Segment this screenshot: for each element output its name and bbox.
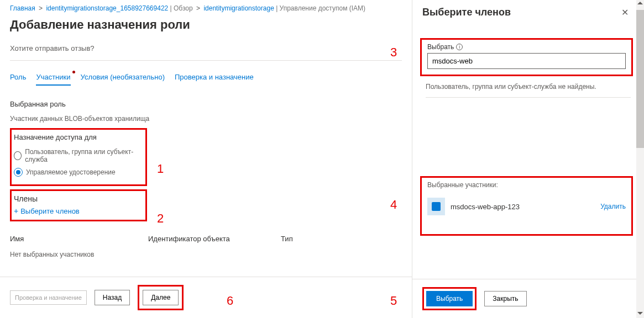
search-section: Выбрать i — [420, 38, 633, 76]
back-button[interactable]: Назад — [95, 290, 130, 305]
breadcrumb-home[interactable]: Главная — [10, 4, 35, 12]
search-label: Выбрать i — [427, 43, 626, 51]
callout-1: 1 — [157, 162, 164, 176]
breadcrumb-storage2[interactable]: identitymigrationstorage — [203, 4, 274, 12]
selected-role-value: Участник данных BLOB-объектов хранилища — [10, 115, 412, 123]
assign-access-section: Назначение доступа для Пользователь, гру… — [10, 128, 147, 186]
required-dot-icon — [72, 71, 75, 73]
scroll-down-icon — [637, 312, 643, 315]
breadcrumb-overview[interactable]: Обзор — [174, 4, 193, 12]
col-name: Имя — [10, 235, 148, 243]
no-participants-message: Нет выбранных участников — [10, 251, 412, 263]
tab-members[interactable]: Участники — [36, 73, 70, 86]
app-icon — [427, 198, 445, 215]
selected-members-section: Выбранные участники: msdocs-web-app-123 … — [420, 176, 633, 236]
page-title: Добавление назначения роли — [10, 18, 412, 32]
next-button[interactable]: Далее — [143, 290, 179, 305]
radio-icon — [14, 151, 22, 160]
col-id: Идентификатор объекта — [148, 235, 281, 243]
delete-member-link[interactable]: Удалить — [600, 203, 626, 210]
assign-access-title: Назначение доступа для — [14, 133, 140, 141]
scroll-thumb[interactable] — [636, 10, 644, 148]
members-title: Члены — [14, 194, 140, 203]
search-input[interactable] — [427, 53, 626, 69]
callout-4: 4 — [390, 198, 397, 212]
selected-member-row: msdocs-web-app-123 Удалить — [427, 198, 626, 215]
close-icon[interactable]: ✕ — [621, 7, 629, 18]
members-table-header: Имя Идентификатор объекта Тип — [10, 235, 412, 245]
radio-selected-icon — [14, 168, 23, 177]
callout-6: 6 — [227, 294, 233, 308]
breadcrumb: Главная > identitymigrationstorage_16589… — [10, 0, 412, 15]
select-members-panel: Выберите членов ✕ Выбрать i Пользователь… — [412, 0, 644, 318]
breadcrumb-storage[interactable]: identitymigrationstorage_1658927669422 — [46, 4, 168, 12]
feedback-link[interactable]: Хотите отправить отзыв? — [10, 41, 402, 61]
tab-review[interactable]: Проверка и назначение — [175, 73, 254, 86]
selected-members-label: Выбранные участники: — [427, 181, 626, 189]
divider — [426, 97, 631, 98]
review-assign-button: Проверка и назначение — [10, 290, 87, 305]
tab-conditions[interactable]: Условия (необязательно) — [81, 73, 165, 86]
scroll-up-icon — [637, 2, 643, 4]
members-section: Члены + Выберите членов — [10, 189, 147, 221]
callout-2: 2 — [157, 211, 164, 226]
panel-bottom-bar: Выбрать Закрыть — [412, 279, 637, 318]
bottom-bar: Проверка и назначение Назад Далее — [0, 277, 412, 318]
select-button[interactable]: Выбрать — [426, 291, 473, 306]
tab-role[interactable]: Роль — [10, 73, 26, 86]
main-panel: Главная > identitymigrationstorage_16589… — [0, 0, 412, 318]
next-button-highlight: Далее — [138, 285, 184, 310]
radio-user-group[interactable]: Пользователь, группа или субъект-служба — [14, 146, 140, 166]
callout-3: 3 — [390, 45, 397, 60]
not-found-message: Пользователь, группа или субъект-служба … — [426, 83, 631, 91]
scrollbar[interactable] — [636, 0, 644, 318]
panel-header: Выберите членов ✕ — [412, 0, 644, 24]
selected-role-label: Выбранная роль — [10, 100, 412, 108]
callout-5: 5 — [390, 294, 397, 308]
col-type: Тип — [281, 235, 364, 243]
panel-title: Выберите членов — [422, 7, 511, 18]
close-button[interactable]: Закрыть — [484, 291, 526, 306]
breadcrumb-iam[interactable]: Управление доступом (IAM) — [280, 4, 365, 12]
info-icon[interactable]: i — [456, 44, 463, 50]
plus-icon: + — [14, 206, 18, 215]
select-button-highlight: Выбрать — [422, 287, 477, 310]
tabs: Роль Участники Условия (необязательно) П… — [10, 73, 412, 86]
member-name: msdocs-web-app-123 — [451, 203, 595, 211]
select-members-link[interactable]: + Выберите членов — [14, 206, 140, 215]
radio-managed-identity[interactable]: Управляемое удостоверение — [14, 166, 140, 179]
